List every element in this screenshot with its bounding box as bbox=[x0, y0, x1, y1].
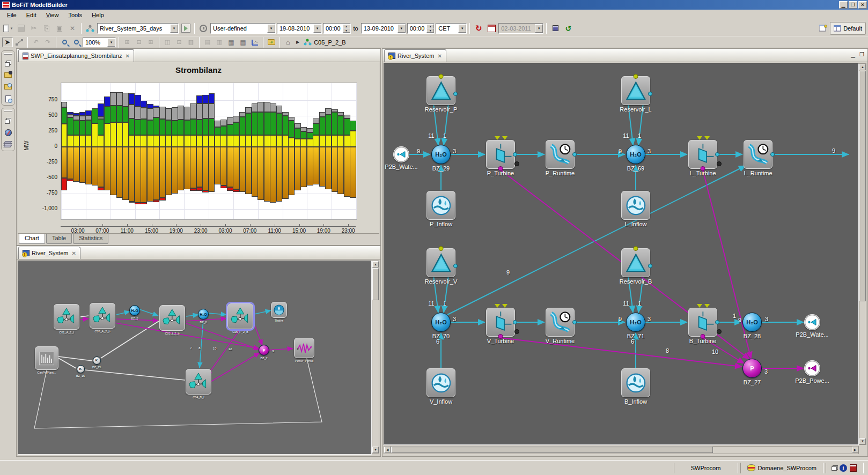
diagram-node-reservoir-p[interactable] bbox=[426, 76, 455, 105]
diagram-node-bz-15[interactable]: K bbox=[93, 357, 101, 365]
connector-tool-button[interactable] bbox=[14, 38, 25, 47]
zoom-level-combo[interactable]: 100%▼ bbox=[83, 38, 116, 47]
tab-strombilanz[interactable]: SWP_Einsatzplanung_Strombilanz ✕ bbox=[18, 49, 134, 62]
paste-button[interactable]: ▣ bbox=[54, 23, 65, 34]
diagram-node-bz-5[interactable]: H₂O bbox=[129, 305, 140, 316]
row-layout-button[interactable]: ▤ bbox=[202, 38, 213, 47]
timezone-combo[interactable]: CET▼ bbox=[436, 23, 467, 34]
align-center-button[interactable]: ⊟ bbox=[134, 38, 144, 47]
tab-river-system[interactable]: River_System ✕ bbox=[384, 49, 446, 62]
diagram-node-thales[interactable] bbox=[271, 302, 287, 318]
diagram-node-c02-a-2-b[interactable] bbox=[90, 303, 115, 329]
navigator-button[interactable] bbox=[3, 128, 13, 137]
diagram-node-bz-6[interactable]: H₂O bbox=[198, 309, 209, 320]
diagram-node-bz-27[interactable]: P bbox=[742, 359, 762, 378]
save-button[interactable] bbox=[15, 23, 27, 34]
redo-button[interactable]: ↷ bbox=[42, 38, 53, 47]
breadcrumb[interactable]: C05_P_2_B bbox=[314, 39, 345, 46]
restore-views2-button[interactable] bbox=[3, 116, 13, 125]
align-left-button[interactable]: ⊞ bbox=[122, 38, 133, 47]
home-button[interactable]: ⌂ bbox=[283, 38, 293, 47]
tab-table[interactable]: Table bbox=[46, 234, 72, 244]
diagram-node-b-inflow[interactable] bbox=[621, 368, 650, 397]
close-button[interactable]: ✕ bbox=[858, 1, 867, 9]
diagram-node-bz-29[interactable]: H₂O bbox=[431, 145, 451, 164]
reload-button[interactable]: ↺ bbox=[562, 23, 574, 34]
refresh-button[interactable]: ↻ bbox=[473, 23, 484, 34]
calendar-button[interactable] bbox=[486, 23, 497, 34]
new-button[interactable]: ▼ bbox=[2, 23, 14, 34]
diagram-node-l-inflow[interactable] bbox=[621, 191, 650, 220]
select-tool-button[interactable]: ➤ bbox=[2, 38, 13, 47]
model-diagram[interactable]: Reservoir_PReservoir_LP2B_Wate...H₂OBZ_2… bbox=[384, 63, 859, 445]
tab-close-icon[interactable]: ✕ bbox=[126, 53, 130, 59]
diagram-node-gaspwplant-[interactable] bbox=[35, 346, 58, 370]
diagram-node-l-runtime[interactable] bbox=[744, 140, 773, 169]
run-button[interactable] bbox=[180, 23, 192, 34]
diagram-node-v-runtime[interactable] bbox=[546, 308, 575, 337]
diagram-node-v-inflow[interactable] bbox=[426, 368, 455, 397]
save-timegrid-button[interactable] bbox=[549, 23, 561, 34]
copy-button[interactable]: ⎘ bbox=[41, 23, 53, 34]
diagram-node-c03-i-2-b[interactable] bbox=[159, 305, 185, 331]
diagram-node-c05-p-2-b[interactable] bbox=[227, 303, 253, 329]
diagram-node-bz-70[interactable]: H₂O bbox=[431, 313, 451, 332]
distribute-v-button[interactable]: ⊡ bbox=[174, 38, 185, 47]
menu-tools[interactable]: Tools bbox=[63, 11, 87, 19]
info-icon[interactable]: i bbox=[840, 464, 847, 472]
diagram-node-reservoir-b[interactable] bbox=[621, 248, 650, 277]
distribute-h-button[interactable]: ◫ bbox=[162, 38, 173, 47]
diagram-node-b-turbine[interactable] bbox=[688, 308, 717, 337]
overview-tab-close-icon[interactable]: ✕ bbox=[71, 250, 76, 256]
diagram-vscrollbar[interactable]: ▲ ▼ bbox=[859, 63, 866, 445]
diagram-hscrollbar[interactable]: ◀ ▶ bbox=[384, 446, 859, 454]
search-explorer-button[interactable] bbox=[3, 83, 13, 91]
diagram-node-bz-7[interactable]: P bbox=[259, 345, 269, 355]
diagram-node-c04-b-i[interactable] bbox=[186, 369, 211, 395]
panel-restore-icon[interactable]: ❐ bbox=[859, 51, 864, 57]
minimize-button[interactable]: ▁ bbox=[839, 1, 848, 9]
date-from-combo[interactable]: 19-08-2010▼ bbox=[277, 23, 322, 34]
model-combo[interactable]: River_System_35_days▼ bbox=[97, 23, 179, 34]
perspective-default-button[interactable]: Default bbox=[830, 22, 866, 35]
time-to-spinner[interactable]: 00:00▲▼ bbox=[407, 23, 435, 34]
time-from-spinner[interactable]: 00:00▲▼ bbox=[323, 23, 351, 34]
date-to-combo[interactable]: 13-09-2010▼ bbox=[361, 23, 406, 34]
cut-button[interactable]: ✂ bbox=[28, 23, 40, 34]
open-parent-button[interactable] bbox=[266, 38, 277, 47]
zoom-out-button[interactable] bbox=[71, 38, 82, 47]
tab-statistics[interactable]: Statistics bbox=[73, 234, 108, 244]
preview-button[interactable] bbox=[3, 94, 13, 103]
overview-vscrollbar[interactable]: ▲ ▼ bbox=[372, 261, 379, 454]
align-right-button[interactable]: ⊞ bbox=[145, 38, 156, 47]
diagram-node-p-turbine[interactable] bbox=[486, 140, 515, 169]
diagram-node-bz-28[interactable]: H₂O bbox=[742, 313, 762, 332]
panel-minimize-icon[interactable]: ▁ bbox=[851, 51, 855, 57]
zoom-in-button[interactable] bbox=[59, 38, 70, 47]
menu-file[interactable]: File bbox=[2, 11, 21, 19]
menu-view[interactable]: View bbox=[41, 11, 64, 19]
diagram-node-p2b-wate-[interactable] bbox=[393, 146, 409, 162]
maximize-button[interactable]: ❐ bbox=[849, 1, 857, 9]
column-layout-button[interactable]: ▥ bbox=[214, 38, 225, 47]
restore-views-button[interactable] bbox=[3, 59, 13, 68]
diagram-node-p2b-wate-[interactable] bbox=[804, 314, 820, 330]
user-explorer-button[interactable] bbox=[3, 71, 13, 79]
diagram-node-p-runtime[interactable] bbox=[546, 140, 575, 169]
tab-river-system-overview[interactable]: River_System ✕ bbox=[18, 247, 80, 259]
diagram-node-v-turbine[interactable] bbox=[486, 308, 515, 337]
diagram-node-p2b-powe-[interactable] bbox=[804, 360, 820, 376]
layers-button[interactable] bbox=[3, 140, 13, 149]
menu-help[interactable]: Help bbox=[87, 11, 109, 19]
overview-diagram[interactable]: C01_A_2_IC02_A_2_bH₂OBZ_5C03_I_2_bH₂OBZ_… bbox=[18, 261, 372, 455]
tab-chart[interactable]: Chart bbox=[19, 234, 45, 244]
perspective-icon-button[interactable] bbox=[817, 23, 829, 34]
diagram-node-p-inflow[interactable] bbox=[426, 191, 455, 220]
diagram-node-reservoir-v[interactable] bbox=[426, 248, 455, 277]
diagram-tab-close-icon[interactable]: ✕ bbox=[437, 53, 442, 59]
diagram-node-power-portfol[interactable] bbox=[294, 338, 314, 358]
layout-chart-button[interactable] bbox=[249, 38, 260, 47]
delete-button[interactable]: ✕ bbox=[67, 23, 78, 34]
diagram-node-bz-69[interactable]: H₂O bbox=[626, 145, 645, 164]
windows-status-icon[interactable] bbox=[832, 466, 837, 471]
